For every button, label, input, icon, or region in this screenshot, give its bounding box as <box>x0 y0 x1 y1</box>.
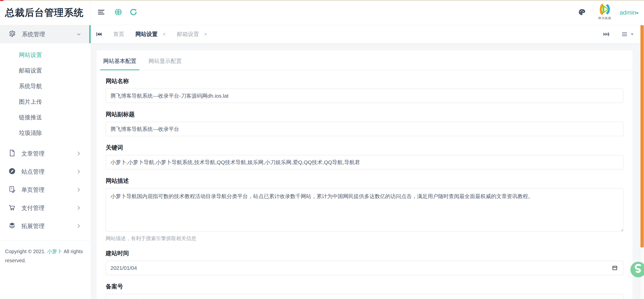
document-icon <box>8 149 16 158</box>
scrollbar-track <box>640 25 644 299</box>
settings-tabs: 网站基本配置 网站显示配置 <box>97 50 632 70</box>
description-textarea[interactable] <box>106 188 623 232</box>
palette-icon <box>578 8 586 17</box>
tencent-video-logo-icon <box>596 2 614 17</box>
sidebar-item-system-nav[interactable]: 系统导航 <box>0 78 91 94</box>
globe-icon <box>114 8 123 17</box>
main-content: 网站基本配置 网站显示配置 网站名称 网站副标题 关键词 网站描述 网站描述，有… <box>91 43 640 299</box>
scrollbar-thumb[interactable] <box>640 25 644 247</box>
created-date-input[interactable] <box>106 261 623 275</box>
chevron-right-icon <box>77 169 81 175</box>
chevron-right-icon <box>77 188 81 193</box>
sidebar-group-label: 支付管理 <box>21 204 45 212</box>
sidebar-group-extensions[interactable]: 拓展管理 <box>0 217 91 235</box>
site-name-input[interactable] <box>106 89 623 103</box>
created-date-field <box>106 261 623 275</box>
chevron-right-icon <box>77 151 81 157</box>
page-edit-icon: ? <box>8 185 16 194</box>
tab-label: 网站设置 <box>135 30 158 38</box>
sidebar-group-label: 系统管理 <box>22 30 45 38</box>
sidebar-group-label: 单页管理 <box>21 186 45 194</box>
icp-input[interactable] <box>106 294 623 299</box>
sidebar-item-mail-settings[interactable]: 邮箱设置 <box>0 63 91 78</box>
user-menu[interactable]: admin <box>620 0 636 25</box>
tabbar-right-controls <box>603 30 635 38</box>
chevron-down-icon[interactable] <box>635 11 639 16</box>
sidebar-item-image-upload[interactable]: 图片上传 <box>0 94 91 109</box>
chevron-right-icon <box>77 224 81 229</box>
site-name-label: 网站名称 <box>106 77 623 85</box>
subtitle-label: 网站副标题 <box>106 110 623 118</box>
description-help: 网站描述，有利于搜索引擎抓取相关信息 <box>106 235 623 242</box>
theme-button[interactable] <box>577 0 587 25</box>
scroll-tabs-right-button[interactable] <box>603 31 610 38</box>
tab-actions-menu[interactable] <box>621 30 634 38</box>
top-accent-line <box>0 0 644 1</box>
sidebar-group-sites[interactable]: 站点管理 <box>0 163 91 181</box>
sidebar-group-label: 拓展管理 <box>21 222 45 230</box>
close-icon[interactable]: × <box>204 31 207 37</box>
copyright: Copyright © 2021. 小萝卜 All rights reserve… <box>0 240 83 265</box>
site-settings-form: 网站名称 网站副标题 关键词 网站描述 网站描述，有利于搜索引擎抓取相关信息 建… <box>97 77 632 299</box>
chevron-down-icon <box>77 32 81 37</box>
sidebar-item-site-settings[interactable]: 网站设置 <box>0 47 91 63</box>
tab-home[interactable]: 首页 <box>113 30 124 38</box>
sidebar-group-articles[interactable]: 文章管理 <box>0 144 91 163</box>
sidebar-group-pages[interactable]: ? 单页管理 <box>0 181 91 199</box>
tab-label: 邮箱设置 <box>177 30 199 38</box>
hamburger-icon <box>97 8 106 17</box>
icp-label: 备案号 <box>106 283 623 290</box>
active-menu-indicator <box>89 25 91 43</box>
app-logo: 总裁后台管理系统 <box>0 0 91 25</box>
sidebar-item-trash-clean[interactable]: 垃圾清除 <box>0 125 91 141</box>
sidebar-submenu-system: 网站设置 邮箱设置 系统导航 图片上传 链接推送 垃圾清除 <box>0 43 91 144</box>
settings-card: 网站基本配置 网站显示配置 网站名称 网站副标题 关键词 网站描述 网站描述，有… <box>97 50 632 299</box>
copyright-brand: 小萝卜 <box>47 249 62 254</box>
created-date-label: 建站时间 <box>106 249 623 257</box>
scroll-tabs-left-button[interactable] <box>95 31 102 38</box>
sidebar-group-label: 文章管理 <box>21 150 45 158</box>
sidebar-group-label: 站点管理 <box>21 168 45 176</box>
tab-label: 首页 <box>113 30 124 38</box>
gear-icon <box>8 30 16 39</box>
topbar: 总裁后台管理系统 腾讯视频 admin <box>0 0 644 25</box>
cart-icon <box>8 204 16 212</box>
page-tabbar: 首页 网站设置 × 邮箱设置 × <box>91 25 640 43</box>
tab-mail-settings[interactable]: 邮箱设置 × <box>177 30 207 38</box>
user-avatar[interactable]: 腾讯视频 <box>596 2 614 20</box>
compass-icon <box>8 167 16 176</box>
top-progress-indicator <box>0 0 4 1</box>
sidebar-group-system[interactable]: 系统管理 <box>0 25 91 43</box>
language-button[interactable] <box>113 0 123 25</box>
sidebar-group-payment[interactable]: 支付管理 <box>0 199 91 217</box>
refresh-icon <box>129 8 138 17</box>
tab-site-settings[interactable]: 网站设置 × <box>135 30 166 38</box>
copyright-text: Copyright © 2021. <box>5 249 46 254</box>
sidebar-item-link-push[interactable]: 链接推送 <box>0 109 91 125</box>
sidebar-collapse-button[interactable] <box>96 0 106 25</box>
subtitle-input[interactable] <box>106 122 623 136</box>
svg-text:?: ? <box>11 187 12 191</box>
keywords-label: 关键词 <box>106 144 623 152</box>
close-icon[interactable]: × <box>163 31 166 37</box>
floating-s-badge[interactable] <box>630 261 644 278</box>
sidebar: 系统管理 网站设置 邮箱设置 系统导航 图片上传 链接推送 垃圾清除 文章管理 … <box>0 25 91 299</box>
refresh-button[interactable] <box>128 0 138 25</box>
description-label: 网站描述 <box>106 177 623 185</box>
keywords-input[interactable] <box>106 155 623 169</box>
chevron-right-icon <box>77 206 81 211</box>
tab-display-config[interactable]: 网站显示配置 <box>145 52 185 70</box>
tab-basic-config[interactable]: 网站基本配置 <box>100 52 139 70</box>
avatar-caption: 腾讯视频 <box>596 16 614 20</box>
layers-icon <box>8 222 16 230</box>
